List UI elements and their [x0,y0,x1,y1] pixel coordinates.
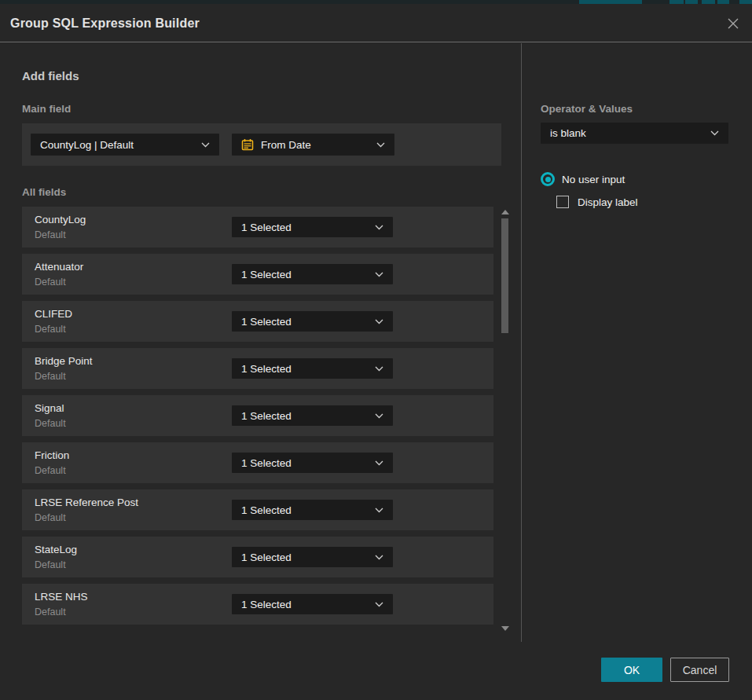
chevron-down-icon [375,225,383,230]
scrollbar-thumb[interactable] [501,218,508,333]
radio-selected-icon [541,172,555,186]
field-selection-value: 1 Selected [241,410,292,422]
operator-values-heading: Operator & Values [541,103,633,115]
all-fields-label: All fields [22,186,66,198]
scroll-down-icon[interactable] [501,626,509,631]
field-name: CountyLog [35,214,86,225]
field-row: Bridge Point Default 1 Selected [22,348,493,389]
close-icon[interactable] [725,16,741,31]
cancel-button[interactable]: Cancel [670,658,729,682]
chevron-down-icon [375,366,383,372]
no-user-input-radio[interactable]: No user input [541,172,625,186]
chevron-down-icon [376,142,385,148]
main-field-field-value: From Date [261,139,311,151]
field-selection-dropdown[interactable]: 1 Selected [232,500,393,520]
field-selection-value: 1 Selected [241,599,292,610]
field-selection-value: 1 Selected [241,269,292,280]
screen: Group SQL Expression Builder Add fields … [0,0,752,700]
chevron-down-icon [710,130,719,136]
field-selection-dropdown[interactable]: 1 Selected [232,217,393,237]
field-type: Default [35,371,66,382]
display-label-checkbox[interactable]: Display label [556,196,638,208]
chevron-down-icon [375,319,383,324]
field-type: Default [35,229,66,240]
field-type: Default [35,324,66,335]
no-user-input-label: No user input [562,174,625,185]
scroll-up-icon[interactable] [501,210,509,214]
chevron-down-icon [375,460,383,466]
all-fields-list: CountyLog Default 1 Selected Attenuator … [22,207,493,631]
field-selection-dropdown[interactable]: 1 Selected [232,311,393,332]
field-name: Signal [35,402,64,414]
field-name: StateLog [35,544,77,555]
field-row: CountyLog Default 1 Selected [22,207,493,247]
chevron-down-icon [375,508,383,513]
field-row: LRSE NHS Default 1 Selected [22,584,493,625]
field-row: CLIFED Default 1 Selected [22,301,493,342]
field-selection-value: 1 Selected [241,457,292,469]
field-row: Friction Default 1 Selected [22,442,493,483]
field-selection-value: 1 Selected [241,316,292,328]
field-type: Default [35,607,66,618]
field-selection-value: 1 Selected [241,504,292,516]
field-selection-dropdown[interactable]: 1 Selected [232,405,393,426]
field-type: Default [35,512,66,523]
add-fields-heading: Add fields [22,69,79,82]
list-scrollbar[interactable] [500,207,511,631]
field-type: Default [35,559,66,570]
field-selection-value: 1 Selected [241,222,292,233]
field-selection-dropdown[interactable]: 1 Selected [232,453,393,473]
operator-dropdown[interactable]: is blank [541,123,728,144]
field-row: LRSE Reference Post Default 1 Selected [22,489,493,530]
field-selection-dropdown[interactable]: 1 Selected [232,547,393,567]
field-selection-dropdown[interactable]: 1 Selected [232,358,393,379]
field-name: LRSE NHS [35,591,88,603]
field-row: StateLog Default 1 Selected [22,537,493,577]
main-field-source-value: CountyLog | Default [40,139,134,151]
field-selection-dropdown[interactable]: 1 Selected [232,594,393,614]
dialog-header: Group SQL Expression Builder [0,4,752,42]
main-field-label: Main field [22,103,71,115]
display-label-text: Display label [578,196,638,208]
field-name: Attenuator [35,261,83,273]
field-type: Default [35,277,66,288]
chevron-down-icon [375,272,383,277]
chevron-down-icon [375,555,383,560]
chevron-down-icon [375,413,383,419]
dialog-title: Group SQL Expression Builder [10,4,200,42]
vertical-divider [521,43,522,642]
main-field-panel: CountyLog | Default From Date [22,123,501,166]
chevron-down-icon [201,142,210,148]
calendar-icon [241,138,254,151]
field-type: Default [35,418,66,429]
chevron-down-icon [375,602,383,607]
group-sql-expression-builder-dialog: Group SQL Expression Builder Add fields … [0,4,752,700]
main-field-field-dropdown[interactable]: From Date [232,134,394,156]
field-selection-dropdown[interactable]: 1 Selected [232,264,393,284]
field-name: Friction [35,449,69,461]
field-name: Bridge Point [35,355,93,367]
field-name: CLIFED [35,308,72,320]
ok-button[interactable]: OK [601,658,662,682]
field-row: Signal Default 1 Selected [22,395,493,436]
field-selection-value: 1 Selected [241,363,292,375]
operator-value: is blank [550,127,586,139]
field-selection-value: 1 Selected [241,552,292,563]
checkbox-unchecked-icon [556,196,569,208]
field-row: Attenuator Default 1 Selected [22,254,493,295]
main-field-source-dropdown[interactable]: CountyLog | Default [31,134,219,156]
field-name: LRSE Reference Post [35,497,138,508]
field-type: Default [35,465,66,476]
